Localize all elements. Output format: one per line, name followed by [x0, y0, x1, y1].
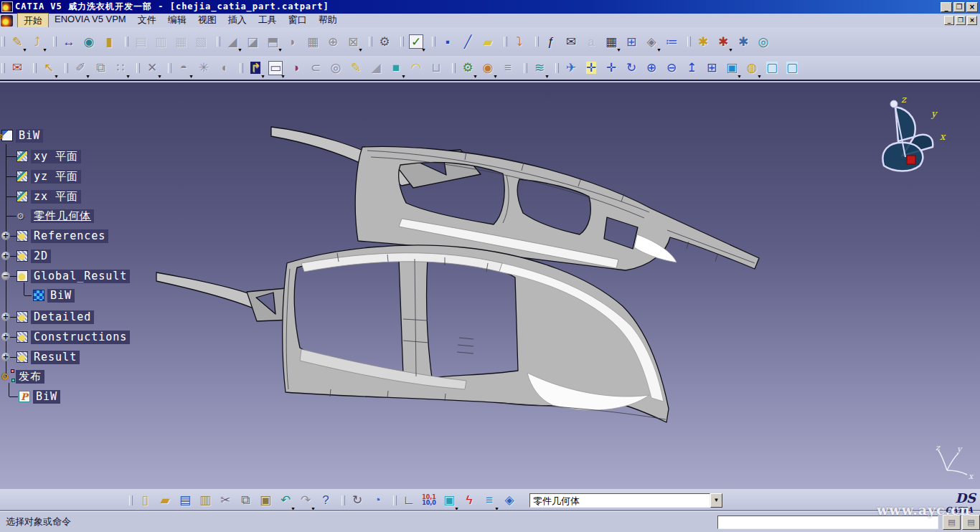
thick-surface-icon[interactable]: ◗ [283, 32, 302, 51]
close-button[interactable]: × [966, 2, 978, 12]
title-bar[interactable]: CATIA V5 威力洗衣机开发一部 - [chejia_catia_part.… [0, 0, 980, 14]
target-axis-icon[interactable]: ⊕ [324, 32, 342, 51]
sketcher-icon[interactable]: ▭▼ [266, 59, 285, 77]
tree-node-label[interactable]: Constructions [31, 331, 130, 344]
tree-row[interactable]: Detailed [17, 310, 94, 324]
weight-icon[interactable]: ▮ [100, 32, 118, 51]
lightning-icon[interactable]: ϟ [460, 491, 479, 510]
enovia-save-icon[interactable]: ⤴▼ [28, 32, 47, 51]
tree-node-label[interactable]: Result [31, 351, 80, 364]
tree-node-label[interactable]: BiW [47, 289, 75, 303]
view-compass[interactable]: z y x [874, 95, 948, 180]
part-body-icon[interactable]: ◑ [286, 59, 305, 77]
power-input-button[interactable]: ▤ [962, 515, 980, 530]
select-globe-icon[interactable]: ◔ [368, 491, 387, 510]
tree-node-label[interactable]: BiW [16, 129, 43, 143]
open-folder-icon[interactable]: ▰ [156, 491, 174, 510]
fit-all-icon[interactable]: ✛ [582, 59, 600, 77]
measure-icon[interactable]: ↔ [60, 32, 78, 51]
hole-tool-icon[interactable]: ◎ [326, 59, 345, 77]
tree-row[interactable]: 零件几何体 [17, 209, 94, 223]
tree-node-label[interactable]: 2D [31, 250, 51, 263]
select-arrow-icon[interactable]: ↖▼ [39, 59, 58, 77]
tree-expander-plus-icon[interactable]: + [1, 353, 10, 361]
shell-tool-icon[interactable]: ◖ [215, 59, 233, 77]
doc-restore-button[interactable]: ❐ [956, 16, 966, 25]
text-anchor-icon[interactable]: a [582, 32, 600, 51]
tree-row[interactable]: Result [17, 350, 80, 364]
knowledge-values-icon[interactable]: 10,110,0 [420, 491, 438, 510]
cylinder-tool-icon[interactable]: ⊂ [306, 59, 325, 77]
tree-expander-minus-icon[interactable]: − [1, 272, 10, 280]
tree-node-label[interactable]: 发布 [16, 370, 44, 384]
sweep-icon[interactable]: ◠ [407, 59, 425, 77]
clamp-icon[interactable]: ⊔ [427, 59, 446, 77]
iso-view-icon[interactable]: ▣▼ [722, 59, 741, 77]
tree-row[interactable]: Constructions [17, 330, 130, 344]
trim-solid-icon[interactable]: ◪ [243, 32, 262, 51]
sphere-mesh-icon[interactable]: ◓▼ [174, 59, 193, 77]
new-file-icon[interactable]: ▯ [136, 491, 154, 510]
menu-item-8[interactable]: 窗口 [283, 13, 313, 29]
tree-row[interactable]: 2D [17, 249, 51, 263]
fly-mode-icon[interactable]: ✈ [562, 59, 580, 77]
tree-row[interactable]: yz 平面 [17, 169, 81, 184]
minimize-button[interactable]: _ [941, 2, 952, 12]
layered-surfaces-icon[interactable]: ≋▼ [530, 59, 549, 77]
split-solid-icon[interactable]: ◢▼ [223, 32, 242, 51]
point-icon[interactable]: ▪ [438, 32, 457, 51]
design-table-icon[interactable]: ▦▼ [602, 32, 621, 51]
mail-icon[interactable]: ✉ [8, 59, 27, 77]
hidden-edge-icon[interactable]: ▢ [763, 59, 781, 77]
tree-row[interactable]: References [17, 229, 108, 243]
print-icon[interactable]: ▥ [196, 491, 215, 510]
doc-close-button[interactable]: × [967, 16, 977, 25]
tree-node-label[interactable]: zx 平面 [31, 190, 81, 204]
tree-node-label[interactable]: Detailed [31, 310, 94, 324]
knowledge-pattern-icon[interactable]: ✱ [694, 32, 712, 51]
scan-icon[interactable]: ◉▼ [479, 59, 497, 77]
tree-row[interactable]: Global_Result [17, 269, 130, 283]
zoom-out-icon[interactable]: ⊖ [662, 59, 681, 77]
tree-expander-plus-icon[interactable]: + [1, 252, 10, 260]
pin-icon[interactable]: ✐▼ [71, 59, 90, 77]
body-selector-value[interactable]: 零件几何体 [529, 493, 710, 508]
tree-row[interactable]: 发布 [1, 369, 44, 384]
assemble-cube-icon[interactable]: ■▼ [387, 59, 405, 77]
relations-icon[interactable]: ⊞ [622, 32, 641, 51]
menu-item-5[interactable]: 视图 [192, 13, 222, 29]
normal-view-icon[interactable]: ↥ [682, 59, 701, 77]
edit-doc-icon[interactable]: ▧ [192, 32, 210, 51]
save-icon[interactable]: ▤ [176, 491, 194, 510]
tree-row[interactable]: BiW [33, 288, 75, 303]
tree-node-label[interactable]: xy 平面 [31, 150, 81, 163]
menu-item-9[interactable]: 帮助 [313, 13, 343, 29]
line-icon[interactable]: ╱ [458, 32, 477, 51]
wireframe-icon[interactable]: ▢ [783, 59, 801, 77]
catalog-transfer-icon[interactable]: ⤵ [510, 32, 529, 51]
whats-this-icon[interactable]: ? [316, 491, 335, 510]
tree-expander-plus-icon[interactable]: + [1, 333, 10, 341]
menu-item-6[interactable]: 插入 [222, 13, 253, 29]
tree-node-label[interactable]: References [31, 229, 108, 243]
mass-properties-icon[interactable]: ◉ [80, 32, 98, 51]
planes-pair-icon[interactable]: ⧉ [91, 59, 110, 77]
point-grid-icon[interactable]: ∷▼ [111, 59, 130, 77]
command-input[interactable] [717, 516, 938, 529]
undo-icon[interactable]: ↶▼ [276, 491, 295, 510]
menu-item-2[interactable]: ENOVIA V5 VPM [49, 13, 132, 29]
tree-node-label[interactable]: BiW [33, 390, 60, 404]
update-gears-icon[interactable]: ⚙▼ [458, 59, 477, 77]
lock-icon[interactable]: ◈▼ [642, 32, 661, 51]
tree-row[interactable]: PBiW [19, 389, 60, 404]
tree-node-label[interactable]: Global_Result [31, 270, 130, 283]
close-surface-icon[interactable]: ⬒▼ [263, 32, 282, 51]
tree-row[interactable]: BiW [1, 128, 43, 143]
doc-minimize-button[interactable]: _ [944, 16, 954, 25]
tree-node-label[interactable]: yz 平面 [31, 170, 81, 184]
multi-view-icon[interactable]: ⊞ [702, 59, 721, 77]
plane-icon[interactable]: ▰ [479, 32, 497, 51]
stack-list-icon[interactable]: ≡▼ [480, 491, 499, 510]
paste-icon[interactable]: ▣ [256, 491, 275, 510]
axis-origin-icon[interactable]: ∟ [400, 491, 418, 510]
